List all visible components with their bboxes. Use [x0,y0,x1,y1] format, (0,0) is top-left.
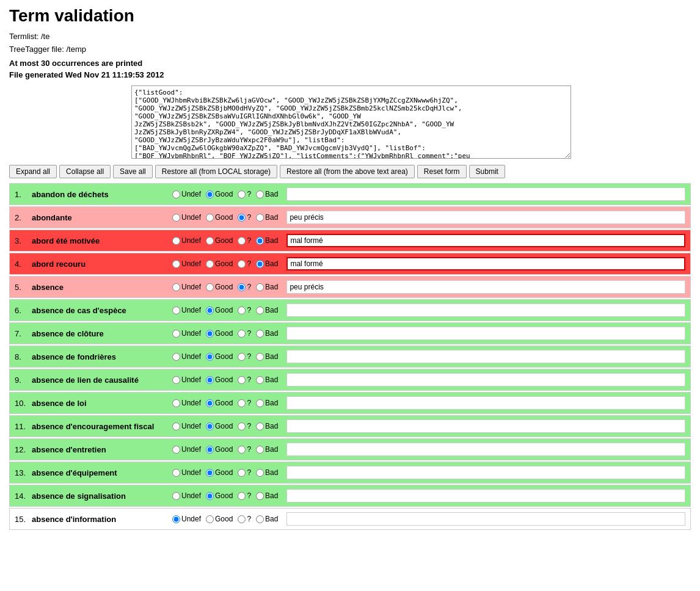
radio-undef[interactable] [172,515,180,523]
radio-good[interactable] [206,283,214,291]
radio-question[interactable] [238,515,246,523]
radio-bad[interactable] [256,306,264,314]
radio-question[interactable] [238,214,246,222]
comment-input[interactable] [286,350,685,363]
comment-input[interactable] [286,419,685,433]
comment-input[interactable] [286,327,685,340]
radio-bad[interactable] [256,353,264,361]
comment-input[interactable] [286,280,685,294]
radio-undef[interactable] [172,237,180,245]
save-all-button[interactable]: Save all [113,165,153,178]
radio-undef[interactable] [172,190,180,198]
radio-option-undef: Undef [172,491,201,500]
term-row: 15.absence d'informationUndefGood?Bad [9,508,691,530]
radio-bad[interactable] [256,492,264,500]
radio-undef[interactable] [172,330,180,338]
radio-good[interactable] [206,306,214,314]
radio-undef[interactable] [172,446,180,454]
radio-good[interactable] [206,376,214,384]
radio-question[interactable] [238,422,246,430]
radio-good[interactable] [206,446,214,454]
radio-good[interactable] [206,330,214,338]
comment-input[interactable] [286,396,685,410]
term-number: 10. [15,399,32,408]
radio-good[interactable] [206,515,214,523]
term-label: absence [32,283,172,292]
radio-undef[interactable] [172,306,180,314]
radio-question[interactable] [238,399,246,407]
term-label: absence d'entretien [32,445,172,454]
submit-button[interactable]: Submit [469,165,505,178]
radio-bad[interactable] [256,283,264,291]
radio-good[interactable] [206,469,214,477]
radio-label-undef: Undef [181,329,201,338]
comment-input[interactable] [286,489,685,502]
reset-form-button[interactable]: Reset form [417,165,467,178]
radio-undef[interactable] [172,260,180,268]
radio-question[interactable] [238,306,246,314]
radio-question[interactable] [238,260,246,268]
radio-good[interactable] [206,399,214,407]
comment-input[interactable] [286,211,685,224]
radio-group: UndefGood?Bad [172,236,282,245]
radio-undef[interactable] [172,399,180,407]
radio-question[interactable] [238,283,246,291]
radio-undef[interactable] [172,422,180,430]
radio-bad[interactable] [256,422,264,430]
term-number: 2. [15,213,32,222]
radio-good[interactable] [206,260,214,268]
radio-bad[interactable] [256,330,264,338]
expand-all-button[interactable]: Expand all [9,165,57,178]
radio-group: UndefGood?Bad [172,375,282,384]
comment-input[interactable] [286,443,685,456]
term-number: 6. [15,306,32,315]
radio-question[interactable] [238,469,246,477]
radio-bad[interactable] [256,237,264,245]
radio-label-undef: Undef [181,259,201,268]
comment-input[interactable] [286,257,685,270]
radio-question[interactable] [238,492,246,500]
comment-input[interactable] [286,303,685,317]
radio-undef[interactable] [172,283,180,291]
radio-bad[interactable] [256,260,264,268]
radio-undef[interactable] [172,492,180,500]
radio-question[interactable] [238,330,246,338]
comment-input[interactable] [286,373,685,386]
term-number: 14. [15,491,32,501]
radio-label-question: ? [247,491,251,500]
radio-question[interactable] [238,237,246,245]
comment-input[interactable] [286,234,685,247]
restore-local-button[interactable]: Restore all (from LOCAL storage) [155,165,277,178]
comment-input[interactable] [286,466,685,479]
radio-bad[interactable] [256,515,264,523]
comment-input[interactable] [286,512,685,526]
radio-undef[interactable] [172,469,180,477]
radio-bad[interactable] [256,399,264,407]
radio-bad[interactable] [256,214,264,222]
radio-good[interactable] [206,214,214,222]
json-textarea[interactable] [131,85,571,159]
radio-option-undef: Undef [172,213,201,222]
term-number: 11. [15,422,32,431]
termlist-meta: Termlist: /te [9,32,691,41]
radio-question[interactable] [238,353,246,361]
radio-good[interactable] [206,422,214,430]
radio-good[interactable] [206,190,214,198]
radio-question[interactable] [238,376,246,384]
radio-undef[interactable] [172,214,180,222]
radio-question[interactable] [238,446,246,454]
radio-undef[interactable] [172,353,180,361]
restore-textarea-button[interactable]: Restore all (from the above text area) [280,165,415,178]
radio-good[interactable] [206,353,214,361]
radio-bad[interactable] [256,190,264,198]
collapse-all-button[interactable]: Collapse all [59,165,111,178]
radio-bad[interactable] [256,469,264,477]
radio-bad[interactable] [256,376,264,384]
radio-question[interactable] [238,190,246,198]
radio-group: UndefGood?Bad [172,515,282,523]
comment-input[interactable] [286,187,685,201]
radio-good[interactable] [206,492,214,500]
radio-bad[interactable] [256,446,264,454]
radio-good[interactable] [206,237,214,245]
radio-undef[interactable] [172,376,180,384]
